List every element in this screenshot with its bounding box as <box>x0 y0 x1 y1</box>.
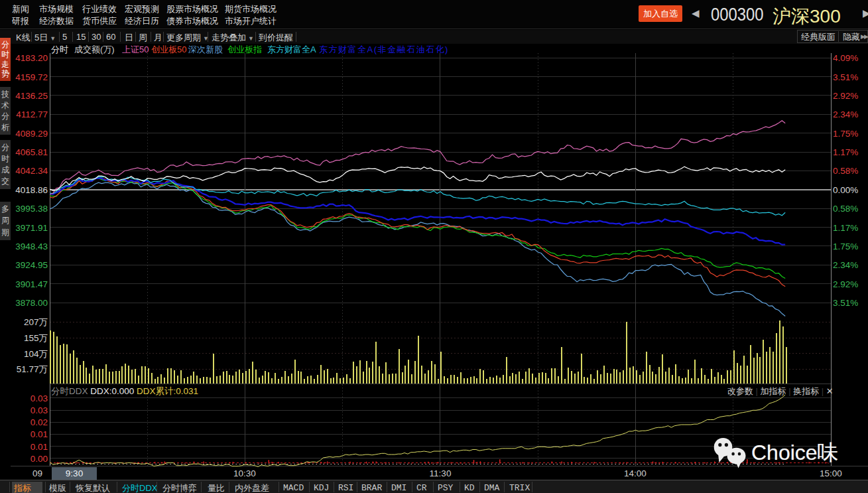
svg-text:1.75%: 1.75% <box>833 242 858 251</box>
svg-text:4136.25: 4136.25 <box>15 91 48 101</box>
svg-text:1.17%: 1.17% <box>833 147 858 157</box>
svg-text:104万: 104万 <box>24 349 48 359</box>
svg-text:09: 09 <box>32 468 42 478</box>
svg-text:4089.29: 4089.29 <box>15 129 48 139</box>
svg-text:11:30: 11:30 <box>430 468 452 478</box>
svg-text:2.92%: 2.92% <box>833 279 858 289</box>
svg-text:14:00: 14:00 <box>624 468 647 478</box>
svg-text:3924.95: 3924.95 <box>15 260 48 270</box>
svg-text:0.58%: 0.58% <box>833 204 858 214</box>
svg-text:2.34%: 2.34% <box>833 260 858 270</box>
svg-text:0.01: 0.01 <box>31 429 48 439</box>
svg-text:0.02: 0.02 <box>31 417 48 427</box>
svg-text:3995.38: 3995.38 <box>15 204 48 214</box>
svg-text:51.77万: 51.77万 <box>17 364 48 374</box>
svg-text:0.00: 0.00 <box>31 454 48 464</box>
svg-text:3.51%: 3.51% <box>833 72 858 82</box>
svg-text:0.03: 0.03 <box>31 393 48 403</box>
svg-text:2.92%: 2.92% <box>833 91 858 101</box>
svg-text:3971.91: 3971.91 <box>15 223 48 233</box>
svg-text:4.09%: 4.09% <box>833 53 858 63</box>
svg-text:0.03: 0.03 <box>31 405 48 415</box>
svg-text:3901.47: 3901.47 <box>15 279 48 289</box>
svg-text:207万: 207万 <box>24 317 48 327</box>
svg-text:4065.81: 4065.81 <box>15 147 48 157</box>
svg-text:15:00: 15:00 <box>820 468 842 478</box>
svg-text:1.75%: 1.75% <box>833 129 858 139</box>
svg-text:4112.77: 4112.77 <box>16 109 48 119</box>
svg-text:0.01: 0.01 <box>31 442 48 452</box>
svg-text:0.58%: 0.58% <box>833 166 858 176</box>
svg-text:4042.34: 4042.34 <box>15 166 48 176</box>
svg-text:10:30: 10:30 <box>233 468 256 478</box>
svg-text:4159.72: 4159.72 <box>15 72 48 82</box>
svg-text:3878.00: 3878.00 <box>15 298 48 308</box>
svg-text:4018.86: 4018.86 <box>15 185 48 195</box>
svg-text:155万: 155万 <box>24 333 48 343</box>
svg-text:1.17%: 1.17% <box>833 223 858 233</box>
svg-text:2.34%: 2.34% <box>833 109 858 119</box>
svg-text:0.00%: 0.00% <box>833 185 858 195</box>
svg-text:3.51%: 3.51% <box>833 298 858 308</box>
svg-text:3948.43: 3948.43 <box>15 242 48 251</box>
svg-text:9:30: 9:30 <box>66 468 83 478</box>
svg-text:4183.20: 4183.20 <box>15 53 48 63</box>
